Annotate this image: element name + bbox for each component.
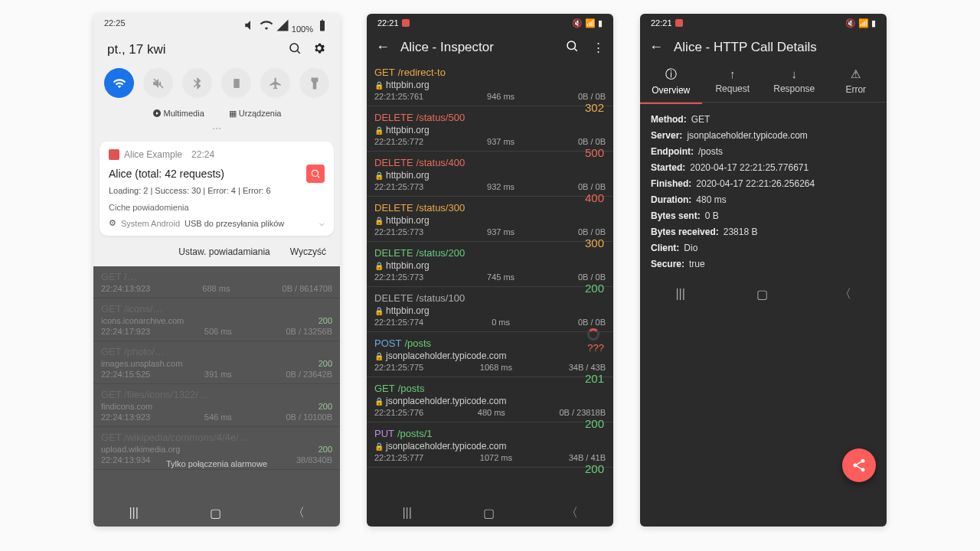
- page-title: Alice - HTTP Call Details: [674, 40, 817, 55]
- request-row[interactable]: POST/posts 🔒jsonplaceholder.typicode.com…: [367, 332, 613, 377]
- page-title: Alice - Inspector: [400, 40, 494, 55]
- upload-icon: ↑: [705, 67, 761, 80]
- request-row[interactable]: DELETE/status/300 🔒httpbin.org 22:21:25:…: [367, 197, 613, 242]
- system-label: System Android: [121, 219, 180, 228]
- record-icon: [675, 19, 683, 27]
- search-button[interactable]: [565, 39, 579, 55]
- status-right: 100%: [243, 18, 329, 34]
- app-bar: ← Alice - HTTP Call Details: [640, 33, 887, 61]
- system-text: USB do przesyłania plików: [185, 219, 284, 228]
- detail-row: Duration:480 ms: [651, 192, 876, 208]
- back-button[interactable]: 〈: [839, 286, 851, 302]
- detail-row: Finished:2020-04-17 22:21:26.256264: [651, 176, 876, 192]
- qs-sound[interactable]: [143, 68, 173, 98]
- detail-row: Method:GET: [651, 112, 876, 128]
- share-icon: [851, 458, 867, 473]
- chevron-down-icon: ⌵: [319, 218, 325, 228]
- request-row[interactable]: GET/posts 🔒jsonplaceholder.typicode.com …: [367, 377, 613, 422]
- status-time: 22:21: [651, 18, 672, 28]
- quick-settings-row: [93, 65, 340, 104]
- notification-card[interactable]: Alice Example 22:24 Alice (total: 42 req…: [100, 142, 334, 236]
- date-text: pt., 17 kwi: [107, 42, 166, 57]
- qs-bluetooth[interactable]: [182, 68, 212, 98]
- tab-overview[interactable]: ⓘOverview: [640, 61, 702, 102]
- date-row: pt., 17 kwi: [93, 38, 340, 65]
- media-label[interactable]: Multimedia: [152, 109, 204, 119]
- nav-bar: ||| ▢ 〈: [367, 499, 613, 527]
- request-list[interactable]: GET/redirect-to 🔒httpbin.org 22:21:25:76…: [367, 61, 613, 499]
- info-icon: ⓘ: [643, 67, 699, 82]
- tabs: ⓘOverview ↑Request ↓Response ⚠Error: [640, 61, 887, 103]
- details-pane: Method:GETServer:jsonplaceholder.typicod…: [640, 104, 887, 280]
- signal-icon: [276, 18, 289, 32]
- share-fab[interactable]: [842, 448, 876, 482]
- system-notification[interactable]: ⚙ System Android USB do przesyłania plik…: [109, 218, 325, 228]
- phone-details: 22:21 🔇 📶 ▮ ← Alice - HTTP Call Details …: [640, 14, 887, 527]
- clear-button[interactable]: Wyczyść: [290, 246, 326, 257]
- dimmed-background: GET /…22:24:13:923688 ms0B / 8614708 GET…: [93, 266, 340, 499]
- tab-error[interactable]: ⚠Error: [825, 61, 887, 102]
- qs-wifi[interactable]: [104, 68, 134, 98]
- request-row[interactable]: DELETE/status/500 🔒httpbin.org 22:21:25:…: [367, 106, 613, 152]
- notif-app-name: Alice Example: [124, 149, 182, 160]
- svg-point-0: [290, 44, 299, 52]
- back-button[interactable]: 〈: [292, 505, 305, 521]
- recents-button[interactable]: |||: [129, 506, 138, 520]
- detail-row: Server:jsonplaceholder.typicode.com: [651, 128, 876, 144]
- notif-header: Alice Example 22:24: [109, 149, 325, 160]
- recents-button[interactable]: |||: [402, 506, 411, 520]
- devices-label[interactable]: ▦ Urządzenia: [229, 109, 282, 119]
- status-time: 22:25: [104, 18, 126, 34]
- detail-row: Secure:true: [651, 256, 876, 272]
- notif-subtitle: Loading: 2 | Success: 30 | Error: 4 | Er…: [109, 186, 325, 195]
- qs-flashlight[interactable]: [299, 68, 329, 98]
- connection-status: Tylko połączenia alarmowe: [93, 459, 340, 468]
- detail-row: Bytes sent:0 B: [651, 208, 876, 224]
- tab-response[interactable]: ↓Response: [763, 61, 825, 102]
- media-devices-row: Multimedia ▦ Urządzenia: [93, 104, 340, 123]
- request-row[interactable]: DELETE/status/100 🔒httpbin.org 22:21:25:…: [367, 287, 613, 332]
- back-button[interactable]: 〈: [566, 505, 578, 521]
- home-button[interactable]: ▢: [756, 287, 768, 302]
- detail-row: Endpoint:/posts: [651, 144, 876, 160]
- svg-point-3: [312, 170, 318, 176]
- phone-inspector: 22:21 🔇 📶 ▮ ← Alice - Inspector ⋮ GET/re…: [367, 14, 613, 527]
- tab-request[interactable]: ↑Request: [702, 61, 764, 102]
- recents-button[interactable]: |||: [675, 287, 684, 301]
- shade-actions: Ustaw. powiadamiania Wyczyść: [93, 239, 340, 266]
- app-icon: [109, 149, 119, 160]
- wifi-icon: [260, 18, 273, 32]
- nav-bar: ||| ▢ 〈: [93, 499, 340, 527]
- search-icon[interactable]: [288, 41, 302, 57]
- status-bar: 22:21 🔇 📶 ▮: [640, 14, 887, 33]
- back-button[interactable]: ←: [649, 39, 663, 55]
- record-icon: [402, 19, 410, 27]
- detail-row: Started:2020-04-17 22:21:25.776671: [651, 160, 876, 176]
- mute-icon: [243, 18, 257, 32]
- status-icons: 🔇 📶 ▮: [845, 18, 876, 28]
- home-button[interactable]: ▢: [210, 506, 221, 520]
- request-row[interactable]: GET/redirect-to 🔒httpbin.org 22:21:25:76…: [367, 61, 613, 106]
- battery-icon: [315, 18, 329, 32]
- gear-icon: ⚙: [109, 218, 116, 228]
- svg-rect-1: [234, 79, 240, 88]
- notif-settings-button[interactable]: Ustaw. powiadamiania: [178, 246, 270, 257]
- qs-rotate[interactable]: [221, 68, 251, 98]
- notif-search-button[interactable]: [306, 165, 325, 183]
- qs-airplane[interactable]: [260, 68, 290, 98]
- back-button[interactable]: ←: [376, 39, 390, 55]
- status-bar: 22:25 100%: [93, 14, 340, 38]
- notif-time: 22:24: [191, 149, 214, 160]
- status-bar: 22:21 🔇 📶 ▮: [367, 14, 613, 33]
- request-row[interactable]: PUT/posts/1 🔒jsonplaceholder.typicode.co…: [367, 422, 613, 468]
- nav-bar: ||| ▢ 〈: [640, 280, 887, 308]
- request-row[interactable]: DELETE/status/400 🔒httpbin.org 22:21:25:…: [367, 152, 613, 197]
- request-row[interactable]: DELETE/status/200 🔒httpbin.org 22:21:25:…: [367, 242, 613, 287]
- home-button[interactable]: ▢: [483, 506, 495, 520]
- phone-notification-shade: 22:25 100% pt., 17 kwi Multimedia ▦ Urzą…: [93, 14, 340, 527]
- download-icon: ↓: [766, 67, 822, 80]
- more-button[interactable]: ⋮: [593, 41, 604, 54]
- shade-handle[interactable]: ⋯: [93, 123, 340, 139]
- status-time: 22:21: [377, 18, 399, 28]
- gear-icon[interactable]: [312, 41, 326, 57]
